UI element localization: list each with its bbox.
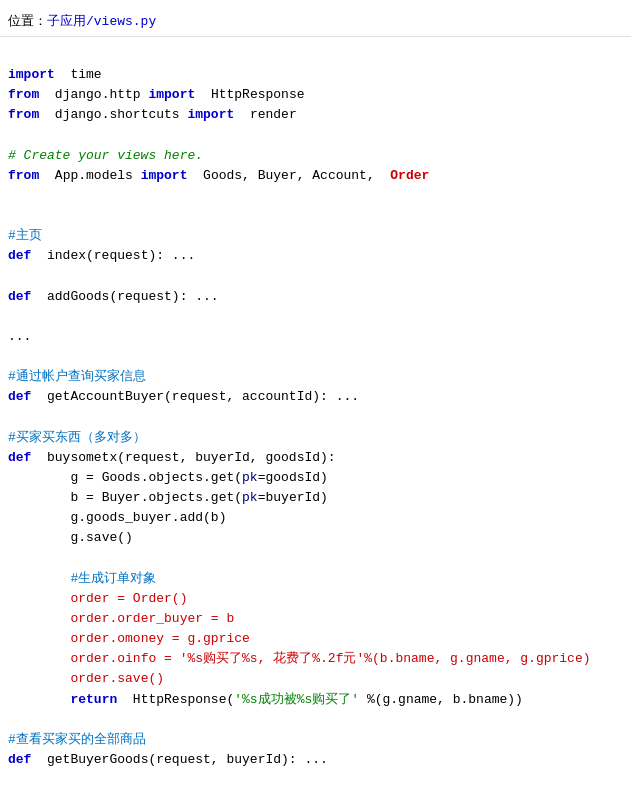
code-line: #通过帐户查询买家信息	[8, 367, 623, 387]
code-line	[8, 770, 623, 786]
code-line: g.save()	[8, 528, 623, 548]
code-line	[8, 206, 623, 226]
code-line: def getAccountBuyer(request, accountId):…	[8, 387, 623, 407]
code-line: # Create your views here.	[8, 146, 623, 166]
code-line	[8, 408, 623, 428]
code-line: order.omoney = g.gprice	[8, 629, 623, 649]
code-line: b = Buyer.objects.get(pk=buyerId)	[8, 488, 623, 508]
code-line: order.order_buyer = b	[8, 609, 623, 629]
code-area: import time from django.http import Http…	[0, 45, 631, 786]
code-line	[8, 45, 623, 65]
code-line: #查看买家买的全部商品	[8, 730, 623, 750]
code-line: g = Goods.objects.get(pk=goodsId)	[8, 468, 623, 488]
location-label: 位置：	[8, 14, 47, 29]
code-line	[8, 307, 623, 327]
code-line: from App.models import Goods, Buyer, Acc…	[8, 166, 623, 186]
code-line: import time	[8, 65, 623, 85]
code-line	[8, 126, 623, 146]
code-line: #主页	[8, 226, 623, 246]
code-line: return HttpResponse('%s成功被%s购买了' %(g.gna…	[8, 690, 623, 710]
code-line: from django.http import HttpResponse	[8, 85, 623, 105]
code-line	[8, 267, 623, 287]
location-path: 子应用/views.py	[47, 14, 156, 29]
code-line	[8, 186, 623, 206]
code-line	[8, 347, 623, 367]
code-line: #买家买东西（多对多）	[8, 428, 623, 448]
code-line: def buysometx(request, buyerId, goodsId)…	[8, 448, 623, 468]
code-line: def addGoods(request): ...	[8, 287, 623, 307]
location-bar: 位置：子应用/views.py	[0, 8, 631, 37]
code-line: #生成订单对象	[8, 569, 623, 589]
code-line: def getBuyerGoods(request, buyerId): ...	[8, 750, 623, 770]
code-line: order.oinfo = '%s购买了%s, 花费了%.2f元'%(b.bna…	[8, 649, 623, 669]
code-line: g.goods_buyer.add(b)	[8, 508, 623, 528]
code-line: ...	[8, 327, 623, 347]
main-container: 位置：子应用/views.py import time from django.…	[0, 0, 631, 786]
code-line	[8, 549, 623, 569]
code-line: order = Order()	[8, 589, 623, 609]
code-line: def index(request): ...	[8, 246, 623, 266]
code-line: from django.shortcuts import render	[8, 105, 623, 125]
code-line: order.save()	[8, 669, 623, 689]
code-line	[8, 710, 623, 730]
